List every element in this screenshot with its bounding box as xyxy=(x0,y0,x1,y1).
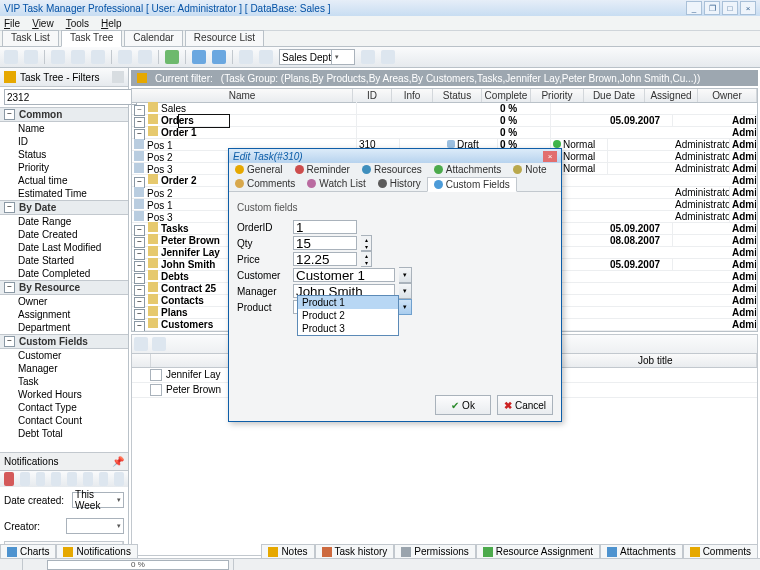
filter-item[interactable]: Name xyxy=(0,122,128,135)
nav-arrow-icon[interactable] xyxy=(20,472,30,486)
tab-task-tree[interactable]: Task Tree xyxy=(61,30,122,47)
tab-comments[interactable]: Comments xyxy=(229,176,301,191)
orderid-input[interactable] xyxy=(293,220,357,234)
column-header[interactable]: Assigned xyxy=(645,89,698,102)
filter-item[interactable]: Debt Total xyxy=(0,427,128,440)
column-header[interactable]: Status xyxy=(433,89,482,102)
nav-arrow-icon[interactable] xyxy=(36,472,46,486)
bottom-tab-charts[interactable]: Charts xyxy=(0,544,56,559)
bottom-tab-attachments[interactable]: Attachments xyxy=(600,544,683,559)
checkbox-column-header[interactable] xyxy=(132,354,151,367)
dropdown-caret-icon[interactable]: ▾ xyxy=(399,299,412,315)
bottom-tab-permissions[interactable]: Permissions xyxy=(394,544,475,559)
filter-item[interactable]: Task xyxy=(0,375,128,388)
toolbar-icon[interactable] xyxy=(24,50,38,64)
notifications-header[interactable]: Notifications 📌 xyxy=(0,452,128,471)
menu-view[interactable]: View xyxy=(32,18,54,29)
filter-item[interactable]: Worked Hours xyxy=(0,388,128,401)
toolbar-icon[interactable] xyxy=(4,50,18,64)
dropdown-option[interactable]: Product 1 xyxy=(298,296,398,309)
price-spinner[interactable]: ▴▾ xyxy=(361,251,372,267)
nav-arrow-icon[interactable] xyxy=(67,472,77,486)
filter-item[interactable]: Date Range xyxy=(0,215,128,228)
toolbar-icon[interactable] xyxy=(114,472,124,486)
toolbar-icon[interactable] xyxy=(91,50,105,64)
filter-item[interactable]: Customer xyxy=(0,349,128,362)
filter-group[interactable]: −Common xyxy=(0,107,128,122)
toolbar-icon[interactable] xyxy=(51,50,65,64)
tab-resource-list[interactable]: Resource List xyxy=(185,30,264,46)
price-input[interactable] xyxy=(293,252,357,266)
dialog-close-button[interactable]: × xyxy=(543,151,557,162)
filter-group[interactable]: −Custom Fields xyxy=(0,334,128,349)
redo-icon[interactable] xyxy=(212,50,226,64)
bottom-tab-resource-assignment[interactable]: Resource Assignment xyxy=(476,544,600,559)
delete-icon[interactable] xyxy=(4,472,14,486)
refresh-icon[interactable] xyxy=(165,50,179,64)
filter-item[interactable]: Contact Count xyxy=(0,414,128,427)
toolbar-icon[interactable] xyxy=(71,50,85,64)
filter-item[interactable]: Date Created xyxy=(0,228,128,241)
column-header[interactable]: Complete xyxy=(482,89,531,102)
bottom-tab-comments[interactable]: Comments xyxy=(683,544,758,559)
tab-custom-fields[interactable]: Custom Fields xyxy=(427,177,517,192)
filter-item[interactable]: Status xyxy=(0,148,128,161)
toolbar-icon[interactable] xyxy=(118,50,132,64)
tab-watch-list[interactable]: Watch List xyxy=(301,176,371,191)
undo-icon[interactable] xyxy=(192,50,206,64)
filter-item[interactable]: Estimated Time xyxy=(0,187,128,200)
dropdown-caret-icon[interactable]: ▾ xyxy=(399,283,412,299)
filter-group[interactable]: −By Resource xyxy=(0,280,128,295)
bottom-tab-notifications[interactable]: Notifications xyxy=(56,544,137,559)
restore-button[interactable]: ❐ xyxy=(704,1,720,15)
toolbar-icon[interactable] xyxy=(361,50,375,64)
tab-history[interactable]: History xyxy=(372,176,427,191)
task-row[interactable]: −Order 10 %Administrator xyxy=(132,127,757,139)
qty-input[interactable] xyxy=(293,236,357,250)
tab-attachments[interactable]: Attachments xyxy=(428,163,508,176)
dropdown-option[interactable]: Product 3 xyxy=(298,322,398,335)
bottom-tab-notes[interactable]: Notes xyxy=(261,544,314,559)
date-created-select[interactable]: This Week▾ xyxy=(72,492,124,508)
maximize-button[interactable]: □ xyxy=(722,1,738,15)
filter-search-input[interactable] xyxy=(4,89,137,105)
filter-item[interactable]: Date Completed xyxy=(0,267,128,280)
filter-item[interactable]: Owner xyxy=(0,295,128,308)
close-button[interactable]: × xyxy=(740,1,756,15)
column-header[interactable]: Priority xyxy=(531,89,584,102)
ok-button[interactable]: ✔Ok xyxy=(435,395,491,415)
menu-tools[interactable]: Tools xyxy=(66,18,89,29)
qty-spinner[interactable]: ▴▾ xyxy=(361,235,372,251)
tab-reminder[interactable]: Reminder xyxy=(289,163,356,176)
tab-note[interactable]: Note xyxy=(507,163,552,176)
column-header[interactable]: Info xyxy=(392,89,433,102)
bottom-tab-task-history[interactable]: Task history xyxy=(315,544,395,559)
filter-item[interactable]: Assignment xyxy=(0,308,128,321)
toolbar-icon[interactable] xyxy=(239,50,253,64)
tab-task-list[interactable]: Task List xyxy=(2,30,59,46)
toolbar-icon[interactable] xyxy=(259,50,273,64)
column-header[interactable]: Name xyxy=(132,89,353,102)
nav-arrow-icon[interactable] xyxy=(51,472,61,486)
filter-item[interactable]: Manager xyxy=(0,362,128,375)
minimize-button[interactable]: _ xyxy=(686,1,702,15)
tab-general[interactable]: General xyxy=(229,163,289,176)
menu-help[interactable]: Help xyxy=(101,18,122,29)
creator-select[interactable]: ▾ xyxy=(66,518,124,534)
toolbar-icon[interactable] xyxy=(138,50,152,64)
checkbox[interactable] xyxy=(150,384,162,396)
tab-resources[interactable]: Resources xyxy=(356,163,428,176)
menu-file[interactable]: File xyxy=(4,18,20,29)
filter-item[interactable]: Priority xyxy=(0,161,128,174)
toolbar-icon[interactable] xyxy=(152,337,166,351)
dropdown-caret-icon[interactable]: ▾ xyxy=(399,267,412,283)
cancel-button[interactable]: ✖Cancel xyxy=(497,395,553,415)
column-header[interactable]: Due Date xyxy=(584,89,645,102)
filter-group[interactable]: −By Date xyxy=(0,200,128,215)
column-header[interactable]: ID xyxy=(353,89,392,102)
filter-item[interactable]: Contact Type xyxy=(0,401,128,414)
filter-item[interactable]: Date Started xyxy=(0,254,128,267)
column-header[interactable]: Owner xyxy=(698,89,757,102)
jobtitle-column-header[interactable]: Job title xyxy=(555,354,758,367)
filter-item[interactable]: Date Last Modified xyxy=(0,241,128,254)
